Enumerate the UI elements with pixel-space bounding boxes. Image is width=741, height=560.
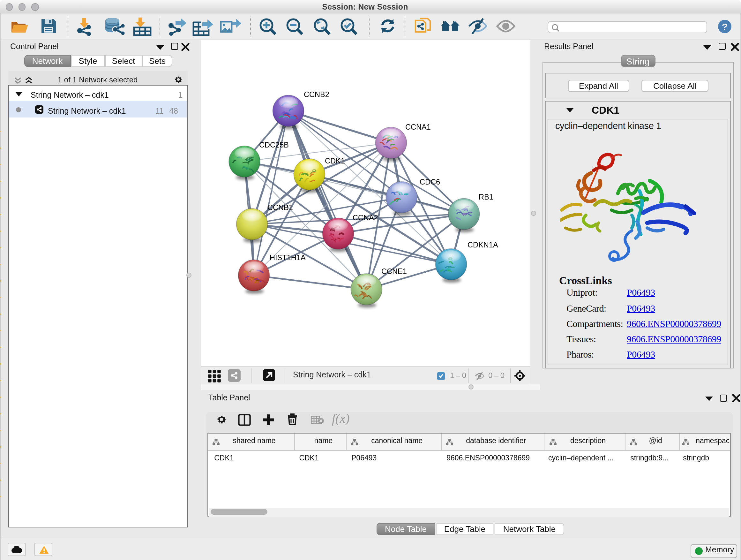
svg-text:CDK1: CDK1 bbox=[325, 157, 345, 165]
svg-text:HIST1H1A: HIST1H1A bbox=[270, 253, 306, 262]
svg-text:RB1: RB1 bbox=[479, 193, 493, 201]
svg-text:CCNA1: CCNA1 bbox=[405, 123, 431, 131]
svg-text:CCNE1: CCNE1 bbox=[381, 267, 407, 275]
svg-text:CCNB2: CCNB2 bbox=[304, 90, 329, 99]
svg-text:CDC25B: CDC25B bbox=[259, 141, 289, 149]
svg-text:CDC6: CDC6 bbox=[420, 178, 440, 186]
svg-text:CCNB1: CCNB1 bbox=[267, 203, 293, 212]
svg-text:CDKN1A: CDKN1A bbox=[468, 241, 498, 249]
svg-text:CCNA2: CCNA2 bbox=[353, 213, 378, 222]
